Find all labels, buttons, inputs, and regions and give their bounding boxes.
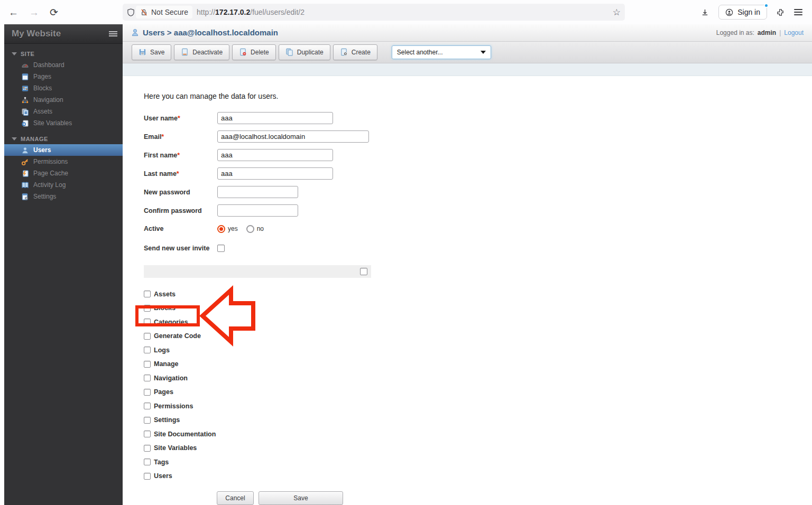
sidebar: My Website SITE Dashboard Pages [4,24,123,505]
permissions-icon [21,158,29,166]
sidebar-section-manage[interactable]: MANAGE [4,129,123,144]
collapse-triangle-icon [12,137,17,141]
deactivate-icon [181,48,189,56]
sidebar-item-permissions[interactable]: Permissions [4,156,123,167]
blocks-icon [21,85,29,92]
permission-row-generate-code: Generate Code [144,332,812,340]
site-security-chip[interactable]: Not Secure [136,6,192,18]
sidebar-section-site[interactable]: SITE [4,44,123,59]
site-documentation-checkbox[interactable] [144,431,151,437]
forward-icon[interactable]: → [29,7,39,17]
email-input[interactable] [217,130,369,143]
radio-selected-icon [217,225,225,233]
signin-button[interactable]: Sign in [718,5,767,20]
sidebar-item-assets[interactable]: Assets [4,106,123,117]
confirm-password-input[interactable] [217,204,298,217]
settings-checkbox[interactable] [144,417,151,424]
permission-row-navigation: Navigation [144,375,812,382]
chevron-down-icon [481,51,486,54]
page-header: Users > aaa@localhost.localdomain Logged… [123,24,812,42]
site-title: My Website [12,29,61,39]
url-bar[interactable]: Not Secure http://172.17.0.2/fuel/users/… [123,4,625,21]
navigation-icon [21,96,29,104]
logged-in-label: Logged in as: [716,29,754,36]
select-another-dropdown[interactable]: Select another... [392,45,491,59]
pages-icon [21,73,29,81]
sidebar-item-activity-log[interactable]: Activity Log [4,179,123,191]
browser-toolbar: ← → ⟳ Not Secure http://172.17.0.2/fuel/… [0,0,812,24]
select-another-value: Select another... [397,49,443,56]
assets-icon [21,108,29,116]
deactivate-button[interactable]: Deactivate [174,44,229,60]
signin-label: Sign in [737,8,760,16]
email-label: Email* [144,130,217,141]
duplicate-icon [285,48,293,56]
sidebar-item-settings[interactable]: Settings [4,191,123,202]
blocks-checkbox[interactable] [144,305,151,312]
sidebar-item-users[interactable]: Users [4,144,123,156]
delete-button[interactable]: Delete [232,44,276,60]
content-subheader [123,63,812,76]
permissions-list: Assets Blocks Categories Generate Code [144,291,812,480]
logged-in-user: admin [758,29,776,36]
categories-checkbox[interactable] [144,319,151,325]
intro-text: Here you can manage the data for users. [144,92,812,100]
security-label: Not Secure [151,8,188,16]
sidebar-item-pages[interactable]: Pages [4,71,123,82]
sidebar-list-icon[interactable] [109,31,117,36]
permission-row-site-documentation: Site Documentation [144,431,812,438]
navigation-checkbox[interactable] [144,375,151,381]
sidebar-item-navigation[interactable]: Navigation [4,94,123,106]
logs-checkbox[interactable] [144,347,151,353]
cancel-button[interactable]: Cancel [217,491,254,505]
username-input[interactable] [217,112,333,124]
permission-row-settings: Settings [144,416,812,424]
username-label: User name* [144,112,217,122]
manage-checkbox[interactable] [144,361,151,368]
page-cache-icon [21,170,29,177]
user-icon [131,29,139,36]
new-password-input[interactable] [217,186,298,198]
save-button[interactable]: Save [132,44,171,60]
url-text: http://172.17.0.2/fuel/users/edit/2 [197,8,304,16]
select-all-permissions-checkbox[interactable] [360,268,367,275]
reload-icon[interactable]: ⟳ [50,7,58,17]
confirm-password-label: Confirm password [144,204,217,214]
last-name-input[interactable] [217,167,333,180]
menu-icon[interactable] [794,9,802,15]
create-icon [340,48,348,56]
sidebar-item-dashboard[interactable]: Dashboard [4,59,123,71]
form-save-button[interactable]: Save [259,491,343,505]
permission-row-permissions: Permissions [144,403,812,410]
first-name-input[interactable] [217,149,333,161]
permission-row-blocks: Blocks [144,304,812,312]
broken-lock-icon [140,8,148,16]
active-yes-radio[interactable]: yes [217,225,238,233]
extensions-icon[interactable] [777,8,785,16]
sidebar-item-blocks[interactable]: Blocks [4,82,123,94]
permissions-checkbox[interactable] [144,403,151,409]
tags-checkbox[interactable] [144,459,151,465]
pages-checkbox[interactable] [144,389,151,396]
active-no-radio[interactable]: no [246,225,264,233]
invite-checkbox[interactable] [217,245,225,252]
create-button[interactable]: Create [333,44,377,60]
download-icon[interactable] [701,8,709,16]
sidebar-item-page-cache[interactable]: Page Cache [4,167,123,179]
sidebar-item-site-variables[interactable]: Site Variables [4,117,123,129]
delete-icon [239,48,247,56]
account-icon [725,8,733,16]
permission-row-users: Users [144,472,812,480]
last-name-label: Last name* [144,167,217,177]
duplicate-button[interactable]: Duplicate [279,44,330,60]
site-variables-checkbox[interactable] [144,445,151,452]
first-name-label: First name* [144,149,217,159]
assets-checkbox[interactable] [144,291,151,297]
bookmark-star-icon[interactable]: ☆ [613,7,621,18]
logout-link[interactable]: Logout [784,29,804,36]
back-icon[interactable]: ← [8,7,19,17]
generate-code-checkbox[interactable] [144,333,151,340]
shield-icon[interactable] [127,8,135,16]
users-checkbox[interactable] [144,473,151,480]
permission-row-categories: Categories [144,319,812,326]
